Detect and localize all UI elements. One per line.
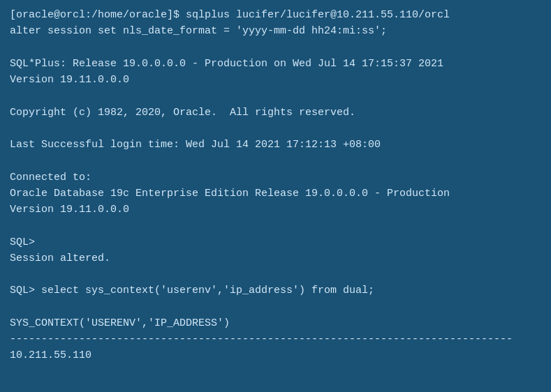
terminal-line: SQL*Plus: Release 19.0.0.0.0 - Productio…	[10, 56, 541, 72]
terminal-line: Oracle Database 19c Enterprise Edition R…	[10, 186, 541, 202]
terminal-line	[10, 299, 541, 315]
terminal-line: Connected to:	[10, 169, 541, 186]
terminal-line: Version 19.11.0.0.0	[10, 202, 541, 218]
terminal-line	[10, 88, 541, 104]
terminal-line: alter session set nls_date_format = 'yyy…	[10, 23, 541, 39]
terminal-line: ----------------------------------------…	[10, 331, 541, 347]
terminal-container: [oracle@orcl:/home/oracle]$ sqlplus luci…	[10, 7, 541, 364]
terminal-line	[10, 218, 541, 234]
terminal-line: Session altered.	[10, 250, 541, 266]
terminal-line: Version 19.11.0.0.0	[10, 72, 541, 88]
terminal-line: 10.211.55.110	[10, 347, 541, 363]
terminal-line	[10, 121, 541, 137]
terminal-line: SQL> select sys_context('userenv','ip_ad…	[10, 282, 541, 299]
terminal-line: Last Successful login time: Wed Jul 14 2…	[10, 137, 541, 153]
terminal-line: SYS_CONTEXT('USERENV','IP_ADDRESS')	[10, 315, 541, 331]
terminal-line	[10, 266, 541, 282]
terminal-line: Copyright (c) 1982, 2020, Oracle. All ri…	[10, 105, 541, 121]
terminal-line	[10, 153, 541, 169]
terminal-line	[10, 40, 541, 56]
terminal-line: [oracle@orcl:/home/oracle]$ sqlplus luci…	[10, 7, 541, 23]
terminal-line: SQL>	[10, 234, 541, 250]
